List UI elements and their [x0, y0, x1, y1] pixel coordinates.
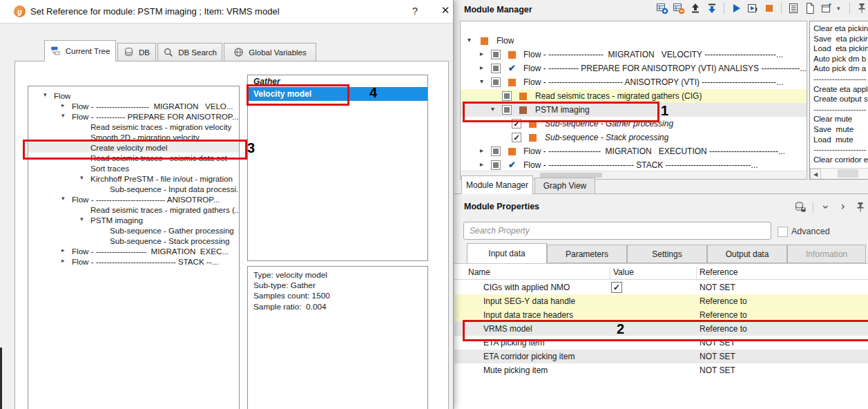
tree-item[interactable]: ▸Flow - -------------------- MIGRATION V…: [28, 101, 239, 111]
tab-settings[interactable]: Settings: [627, 245, 707, 263]
tree-item[interactable]: Sub-sequence - Input data processi...: [28, 184, 239, 194]
tristate-checkbox[interactable]: [491, 160, 501, 170]
expand-arrow-icon[interactable]: ▾: [61, 195, 65, 202]
pin-icon[interactable]: [856, 2, 868, 15]
search-property-input[interactable]: [463, 222, 771, 240]
tree-item[interactable]: Sub-sequence - Gather processing: [28, 225, 239, 236]
menu-item[interactable]: Save mute: [810, 124, 868, 135]
report-icon[interactable]: [787, 2, 800, 15]
menu-item[interactable]: Auto pick dm b: [810, 54, 868, 64]
tristate-checkbox[interactable]: [491, 146, 501, 156]
tab-output-data[interactable]: Output data: [707, 245, 787, 263]
module-manager-tree[interactable]: ▾Flow▸Flow - -------------------- MIGRAT…: [460, 21, 807, 180]
collapse-arrow-icon[interactable]: ▸: [480, 146, 483, 154]
expand-arrow-icon[interactable]: ▾: [44, 91, 47, 98]
tree-item[interactable]: ▾Kirchhoff PreSTM - file in/out - migrat…: [28, 173, 239, 184]
scroll-left-button[interactable]: ◀: [810, 169, 821, 180]
collapse-arrow-icon[interactable]: ▸: [480, 50, 483, 57]
module-tree-item[interactable]: ▾Flow: [461, 34, 807, 48]
tree-item[interactable]: ▸Flow - ------------------- MIGRATION EX…: [28, 246, 239, 256]
tree-item[interactable]: ▾Flow - ----------- PREPARE FOR ANISOTRO…: [28, 111, 239, 122]
dropdown-arrow-icon[interactable]: ▾: [837, 5, 844, 12]
property-row[interactable]: Mute picking item NOT SET: [454, 363, 868, 377]
run-icon[interactable]: [730, 2, 742, 15]
expand-arrow-icon[interactable]: ▾: [480, 77, 483, 85]
chevron-right-icon[interactable]: [837, 201, 849, 213]
module-tree-item[interactable]: ✓Sub-sequence - Stack processing: [461, 131, 807, 144]
collapse-arrow-icon[interactable]: ▸: [61, 257, 65, 264]
collapse-arrow-icon[interactable]: ▸: [61, 102, 65, 108]
tree-item[interactable]: Sub-sequence - Stack processing: [28, 236, 239, 246]
scrollbar-thumb[interactable]: [540, 173, 602, 178]
tab-input-data[interactable]: Input data: [467, 243, 547, 263]
property-row[interactable]: Input SEG-Y data handle Reference to: [454, 294, 868, 308]
menu-item[interactable]: Load mute: [810, 135, 868, 145]
dialog-tab-db-search[interactable]: DB Search: [157, 43, 222, 61]
tristate-checkbox[interactable]: [491, 50, 501, 59]
pin-icon[interactable]: [854, 201, 867, 213]
stop-icon[interactable]: [763, 2, 775, 15]
menu-item[interactable]: Create output s: [810, 94, 868, 104]
expand-arrow-icon[interactable]: ▾: [61, 112, 65, 119]
tree-item[interactable]: Read seismic traces - migration velocity: [28, 122, 239, 132]
tree-item[interactable]: Read seismic traces - migrated gathers (…: [28, 204, 239, 215]
collapse-arrow-icon[interactable]: ▸: [480, 160, 483, 168]
add-module-icon[interactable]: [656, 2, 668, 15]
tab-module-manager[interactable]: Module Manager: [461, 175, 533, 194]
tab-graph-view[interactable]: Graph View: [534, 178, 595, 194]
module-tree-item[interactable]: ▸✔Flow - ----------- PREPARE FOR ANISOTR…: [461, 61, 807, 75]
chevron-down-icon[interactable]: [820, 201, 832, 213]
tab-parameters[interactable]: Parameters: [547, 245, 627, 263]
help-button[interactable]: ?: [406, 5, 424, 19]
move-up-icon[interactable]: [689, 2, 702, 15]
menu-horizontal-scrollbar[interactable]: ◀ ▶: [810, 168, 868, 179]
tristate-checkbox[interactable]: [491, 64, 501, 73]
new-document-icon[interactable]: [804, 2, 816, 15]
tree-item[interactable]: ▾Flow - -------------------------- ANISO…: [28, 194, 239, 204]
tree-item[interactable]: ▾Flow: [28, 91, 239, 101]
scrollbar-thumb[interactable]: [838, 169, 858, 178]
dialog-tab-global-variables[interactable]: Global Variables: [224, 43, 316, 61]
module-tree-item[interactable]: ▸✔Flow - -------------------------------…: [461, 158, 807, 172]
module-tree-item[interactable]: ▸Flow - -------------------- MIGRATION V…: [461, 48, 807, 61]
module-tree-item[interactable]: ▾Flow - --------------------------- ANIS…: [461, 75, 807, 89]
database-icon: [124, 47, 135, 58]
menu-item[interactable]: Clear eta picking: [810, 23, 868, 34]
move-down-icon[interactable]: [706, 2, 718, 15]
expand-arrow-icon[interactable]: ▾: [80, 216, 84, 222]
menu-item[interactable]: Auto pick dm a: [810, 64, 868, 74]
tab-information[interactable]: Information: [787, 245, 866, 263]
checked-checkbox[interactable]: ✓: [512, 133, 521, 142]
new-window-icon[interactable]: [820, 2, 833, 15]
dialog-titlebar[interactable]: g Set Reference for module: PSTM imaging…: [0, 0, 453, 23]
close-icon[interactable]: ✕: [436, 4, 454, 19]
property-row[interactable]: CIGs with applied NMO✓ NOT SET: [454, 280, 868, 294]
tree-item[interactable]: Sort traces: [28, 163, 239, 173]
advanced-checkbox[interactable]: [778, 227, 788, 237]
db-save-icon[interactable]: [794, 201, 807, 213]
menu-item[interactable]: Clear corridor e: [810, 155, 868, 165]
module-tree-item[interactable]: ▸Flow - ------------------- MIGRATION EX…: [461, 144, 807, 158]
dialog-tab-db[interactable]: DB: [117, 43, 156, 61]
remove-module-icon[interactable]: [673, 2, 685, 15]
expand-arrow-icon[interactable]: ▾: [467, 36, 471, 44]
dialog-tab-current-tree[interactable]: Current Tree: [44, 40, 116, 61]
menu-item[interactable]: Clear mute: [810, 114, 868, 124]
property-row[interactable]: ETA corridor picking item NOT SET: [454, 350, 868, 363]
tree-item[interactable]: ▸Flow - ------------------------------ S…: [28, 256, 239, 267]
tristate-checkbox[interactable]: [502, 91, 512, 101]
current-tree-panel[interactable]: ▾Flow▸Flow - -------------------- MIGRAT…: [28, 86, 240, 409]
toolbar-separator: [849, 3, 850, 14]
menu-item[interactable]: Save eta picking: [810, 34, 868, 44]
menu-item[interactable]: Load eta picking: [810, 44, 868, 54]
run-into-icon[interactable]: [746, 2, 759, 15]
collapse-arrow-icon[interactable]: ▸: [480, 64, 483, 71]
module-tree-item[interactable]: Read seismic traces - migrated gathers (…: [461, 89, 807, 103]
menu-item[interactable]: Create eta appli: [810, 84, 868, 95]
scrollbar-track[interactable]: [821, 169, 868, 179]
expand-arrow-icon[interactable]: ▾: [80, 174, 84, 181]
value-checkbox[interactable]: ✓: [611, 282, 622, 293]
tree-item[interactable]: ▾PSTM imaging: [28, 215, 239, 225]
tristate-checkbox[interactable]: [491, 77, 501, 87]
collapse-arrow-icon[interactable]: ▸: [61, 247, 65, 254]
